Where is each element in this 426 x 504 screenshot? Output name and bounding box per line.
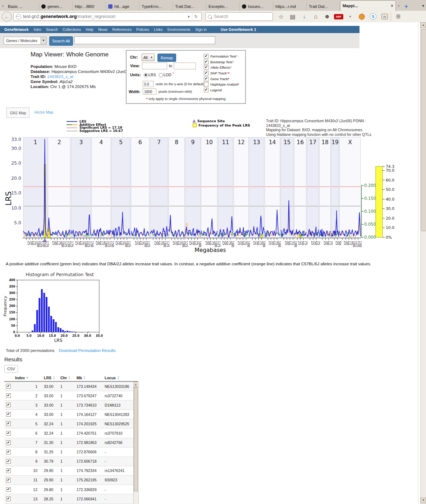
search-all-button[interactable]: Search All (49, 36, 73, 46)
table-row[interactable]: ✔233.001173.679247rs3722740 (4, 391, 138, 400)
url-dropdown-icon[interactable]: ▾ (185, 13, 192, 20)
nav-item-sign-in[interactable]: Sign in (195, 27, 207, 32)
row-checkbox[interactable]: ✔ (6, 496, 11, 501)
allele-effects-checkbox[interactable]: ✔ (204, 65, 209, 70)
sort-icon[interactable] (68, 376, 70, 380)
column-header-index[interactable]: Index (15, 376, 39, 380)
use-genenetwork1-link[interactable]: Use GeneNetwork 1 (221, 27, 256, 32)
row-checkbox[interactable]: ✔ (6, 403, 11, 407)
remap-button[interactable]: Remap (157, 54, 176, 62)
category-select[interactable]: Genes / Molecules (4, 37, 41, 45)
row-checkbox[interactable]: ✔ (6, 487, 11, 492)
nav-item-environments[interactable]: Environments (168, 27, 191, 32)
tab-overflow-icon[interactable]: › (396, 0, 402, 11)
sort-icon[interactable] (53, 376, 55, 380)
browser-tab[interactable]: TypeErro... (139, 2, 173, 11)
row-checkbox[interactable]: ✔ (6, 468, 11, 473)
csv-button[interactable]: CSV (4, 365, 18, 373)
bookmarks-icon[interactable]: ▤ (287, 12, 298, 21)
row-checkbox[interactable]: ✔ (6, 459, 11, 464)
help-icon[interactable]: ? (232, 60, 234, 64)
close-tab-icon[interactable]: × (389, 3, 393, 8)
row-checkbox[interactable]: ✔ (6, 412, 11, 417)
browser-tab[interactable]: http:...880/ (73, 2, 106, 11)
table-scrollbar-thumb[interactable] (134, 387, 138, 491)
row-checkbox[interactable]: ✔ (6, 440, 11, 445)
browser-search-box[interactable]: Search (205, 12, 273, 21)
chromosome-select[interactable]: All▼ (142, 54, 155, 61)
table-row[interactable]: ✔1129.901175.262195930923 (4, 476, 138, 485)
nav-item-help[interactable]: Help (86, 27, 93, 32)
tab-gn1-map[interactable]: GN1 Map (6, 107, 29, 118)
download-permutations-link[interactable]: Download Permutation Results (59, 348, 116, 353)
lod-radio[interactable] (159, 73, 163, 77)
row-checkbox[interactable]: ✔ (6, 450, 11, 454)
tab-list-icon[interactable]: ▾ (420, 0, 426, 11)
help-icon[interactable]: ? (230, 66, 232, 69)
nav-item-policies[interactable]: Policies (136, 27, 149, 32)
sort-icon[interactable] (26, 377, 28, 379)
scroll-up-icon[interactable]: ▲ (421, 22, 426, 28)
column-header-lrs[interactable]: LRS (39, 376, 56, 380)
nav-item-references[interactable]: References (112, 27, 132, 32)
row-checkbox[interactable]: ✔ (6, 393, 11, 398)
browser-tab[interactable]: Exceptio... (206, 2, 240, 11)
table-row[interactable]: ✔1029.901174.792334rs13476241 (4, 466, 138, 476)
browser-tab[interactable]: htt...age (106, 2, 139, 11)
scroll-down-icon[interactable]: ▼ (421, 498, 426, 503)
screengrab-icon[interactable]: se (379, 12, 390, 21)
bootstrap-test-checkbox[interactable]: ✔ (204, 60, 209, 64)
skype-icon[interactable]: S (368, 12, 379, 21)
permutation-test-checkbox[interactable]: ✔ (204, 54, 209, 59)
nav-item-search[interactable]: Search (46, 27, 58, 32)
column-header-mb[interactable]: Mb (73, 376, 100, 380)
url-bar[interactable]: test-gn2.genenetwork.org/marker_regressi… (13, 12, 202, 21)
table-row[interactable]: ✔433.001174.164127NES13041283 (4, 410, 138, 419)
table-row[interactable]: ✔532.241174.201925NES13029525 (4, 419, 138, 429)
new-tab-button[interactable]: + (402, 2, 411, 11)
menu-icon[interactable]: ≡ (391, 12, 406, 21)
nav-item-intro[interactable]: Intro (34, 27, 41, 32)
column-header-chr[interactable]: Chr (56, 376, 73, 380)
gene-track-checkbox[interactable]: ✔ (204, 77, 209, 81)
addon-orange-icon[interactable] (356, 12, 367, 21)
table-row[interactable]: ✔1229.801172.336829- (4, 485, 138, 494)
browser-tab[interactable]: Trait Dat... (307, 2, 340, 11)
url-text[interactable]: test-gn2.genenetwork.org/marker_regressi… (23, 14, 185, 19)
lod-help-icon[interactable]: ? (172, 72, 174, 75)
brand-link[interactable]: GeneNetwork (4, 27, 29, 32)
table-row[interactable]: ✔133.001173.149434NES13033186 (4, 382, 138, 391)
table-row[interactable]: ✔1328.251172.066941- (4, 494, 138, 504)
table-row[interactable]: ✔333.001173.734610D1Mit113 (4, 400, 138, 410)
lrs-radio[interactable] (144, 73, 148, 77)
row-checkbox[interactable]: ✔ (6, 431, 11, 436)
tab-vector-map[interactable]: Vector Map (34, 110, 53, 114)
downloads-icon[interactable]: ↓ (299, 12, 310, 21)
adblock-icon[interactable]: ABP (333, 12, 344, 21)
y-units-input[interactable]: 0.0 (143, 81, 154, 87)
table-scrollbar[interactable]: ▲ (133, 382, 139, 504)
snp-track-checkbox[interactable]: ✔ (204, 71, 209, 75)
browser-tab[interactable]: Issues... (240, 2, 273, 11)
table-row[interactable]: ✔731.301172.981863rs8242766 (4, 438, 138, 448)
browser-tab[interactable]: Mappi...× (340, 0, 396, 11)
column-header-locus[interactable]: Locus (100, 376, 133, 380)
table-row[interactable]: ✔930.791172.606718- (4, 457, 138, 466)
sort-icon[interactable] (117, 376, 119, 380)
nav-item-links[interactable]: Links (154, 27, 163, 32)
width-input[interactable]: 1600 (143, 88, 156, 95)
table-row[interactable]: ✔632.241174.420751rs3707910 (4, 429, 138, 438)
reload-icon[interactable]: ↻ (192, 13, 200, 20)
table-scroll-up-icon[interactable]: ▲ (134, 382, 138, 387)
nav-item-news[interactable]: News (98, 27, 107, 32)
view-from-input[interactable] (142, 63, 167, 69)
chat-icon[interactable]: ☻ (322, 12, 333, 21)
row-checkbox[interactable]: ✔ (6, 384, 11, 389)
browser-tab[interactable]: Trait Dat... (173, 2, 206, 11)
browser-tab[interactable]: genen... (39, 2, 73, 11)
nav-item-collections[interactable]: Collections (63, 27, 81, 32)
sort-icon[interactable] (83, 376, 86, 380)
trait-id-link[interactable]: 1443823_s_at (47, 74, 73, 79)
view-to-input[interactable] (174, 63, 196, 69)
browser-tab[interactable]: https...r.md (273, 2, 307, 11)
